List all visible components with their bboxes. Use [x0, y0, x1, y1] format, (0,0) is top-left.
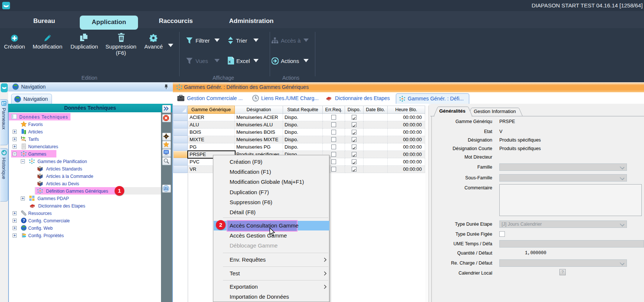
- svg-text:x: x: [229, 59, 231, 64]
- svg-text:Z1: Z1: [164, 187, 168, 190]
